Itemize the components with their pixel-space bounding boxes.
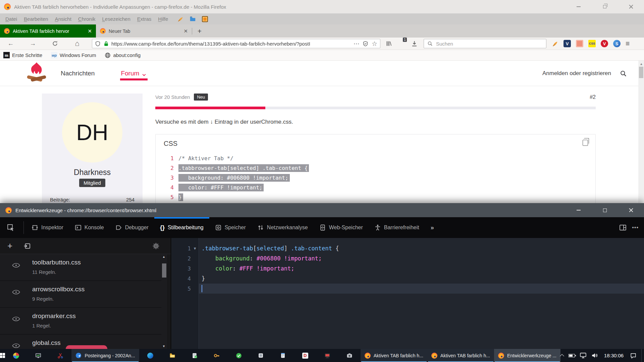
folder-icon[interactable] [190, 16, 196, 22]
devtools-tab-barrierefreiheit[interactable]: Barrierefreiheit [369, 217, 425, 238]
import-stylesheet-icon[interactable] [24, 243, 31, 249]
devtools-tab-inspektor[interactable]: Inspektor [26, 217, 69, 238]
menu-hilfe[interactable]: Hilfe [155, 16, 171, 22]
show-desktop-button[interactable] [641, 349, 644, 362]
page-scrollbar[interactable]: ▲ [638, 61, 644, 203]
v-circle-extension[interactable]: V [601, 40, 608, 47]
forward-button[interactable]: → [24, 39, 42, 49]
editor-line[interactable]: 4} [171, 274, 644, 284]
search-input[interactable] [436, 41, 543, 47]
tab-close-icon[interactable]: ✕ [183, 28, 188, 34]
new-tab-button[interactable]: + [192, 24, 207, 38]
devtools-tab-debugger[interactable]: Debugger [110, 217, 154, 238]
pick-element-icon[interactable] [0, 217, 21, 238]
menu-icon[interactable]: ≡ [626, 40, 630, 48]
scroll-up-icon[interactable]: ▲ [640, 62, 643, 66]
minimize-button[interactable] [566, 203, 592, 217]
app-d[interactable]: D [294, 349, 316, 362]
devtools-tab-web-speicher[interactable]: Web-Speicher [314, 217, 369, 238]
app-file-explorer[interactable] [161, 349, 183, 362]
quill-icon[interactable] [177, 16, 183, 22]
site-search-icon[interactable] [620, 70, 627, 77]
bookmark-erste-schritte[interactable]: mErste Schritte [3, 52, 42, 58]
nav-item-forum[interactable]: Forum [121, 61, 146, 86]
menu-lesezeichen[interactable]: Lesezeichen [99, 16, 134, 22]
reload-button[interactable] [46, 39, 64, 49]
app-edge[interactable] [139, 349, 161, 362]
stylesheet-item-dropmarker.css[interactable]: dropmarker.css1 Regel. [0, 308, 162, 335]
back-button[interactable]: ← [2, 39, 19, 49]
app-remote-pc[interactable] [316, 349, 338, 362]
stylesheet-item-arrowscrollbox.css[interactable]: arrowscrollbox.css9 Regeln. [0, 281, 162, 308]
meatball-menu-icon[interactable]: ••• [632, 225, 639, 231]
start-button[interactable] [0, 349, 5, 362]
speaker-icon[interactable] [591, 353, 598, 358]
lock-icon[interactable] [104, 41, 109, 47]
editor-line[interactable]: 1▼.tabbrowser-tab[selected] .tab-content… [171, 243, 644, 253]
action-center-icon[interactable] [630, 353, 636, 359]
library-icon[interactable] [386, 41, 392, 47]
fold-arrow-icon[interactable]: ▼ [191, 246, 199, 251]
app-box[interactable] [250, 349, 272, 362]
menu-bearbeiten[interactable]: Bearbeiten [20, 16, 52, 22]
copy-icon[interactable] [583, 140, 588, 146]
app-system-monitor[interactable] [27, 349, 49, 362]
search-bar[interactable] [424, 39, 546, 48]
app-doc-green[interactable] [183, 349, 206, 362]
app-thunderbird[interactable]: Posteingang - 2002An... [71, 349, 139, 362]
messenger-icon[interactable] [202, 16, 208, 22]
editor-line[interactable]: 5 [171, 284, 644, 294]
avatar[interactable]: DH [62, 102, 122, 163]
login-link[interactable]: Anmelden oder registrieren [542, 70, 611, 77]
url-bar[interactable]: https://www.camp-firefox.de/forum/thema/… [92, 39, 380, 48]
devtools-tab-konsole[interactable]: Konsole [69, 217, 110, 238]
v-square-extension[interactable]: V [564, 40, 571, 47]
post-number[interactable]: #2 [590, 94, 596, 100]
menu-datei[interactable]: Datei [2, 16, 20, 22]
editor-line[interactable]: 2 background: #006800 !important; [171, 253, 644, 263]
devtools-tab-stilbearbeitung[interactable]: {}Stilbearbeitung [154, 217, 209, 238]
css-extension[interactable]: CSS [588, 40, 596, 47]
scroll-down-icon[interactable]: ▼ [162, 345, 165, 348]
scroll-extension[interactable] [576, 40, 583, 47]
minimize-button[interactable] [566, 0, 592, 13]
menu-chronik[interactable]: Chronik [75, 16, 99, 22]
app-pinwheel[interactable] [5, 349, 27, 362]
home-button[interactable]: ⌂ [68, 39, 86, 49]
stylesheet-item-toolbarbutton.css[interactable]: toolbarbutton.css11 Regeln. [0, 254, 162, 281]
app-snipping-tool[interactable] [49, 349, 71, 362]
app-firefox-window-1[interactable]: Aktiven TAB farblich h... [361, 349, 427, 362]
dock-side-icon[interactable] [619, 224, 627, 231]
app-devtools-window[interactable]: Entwicklerwerkzeuge ... [494, 349, 560, 362]
stylesheet-scrollbar[interactable]: ▲ ▼ [161, 254, 167, 349]
visibility-eye-icon[interactable] [12, 343, 20, 349]
close-button[interactable] [618, 0, 644, 13]
visibility-eye-icon[interactable] [12, 263, 20, 269]
visibility-eye-icon[interactable] [12, 316, 20, 323]
page-actions-icon[interactable]: ⋯ [354, 40, 359, 47]
scrollbar-thumb[interactable] [639, 67, 643, 78]
url-text[interactable]: https://www.camp-firefox.de/forum/thema/… [111, 41, 350, 47]
app-keepass[interactable] [206, 349, 228, 362]
css-source-editor[interactable]: 1▼.tabbrowser-tab[selected] .tab-content… [171, 238, 644, 349]
gear-icon[interactable] [153, 243, 159, 249]
tracking-shield-icon[interactable] [95, 41, 101, 47]
scrollbar-thumb[interactable] [162, 263, 166, 278]
bookmark-about-config[interactable]: about:config [105, 52, 141, 58]
campfire-logo-icon[interactable] [25, 62, 48, 85]
nav-item-nachrichten[interactable]: Nachrichten [61, 70, 95, 77]
bookmark-star-icon[interactable]: ☆ [372, 40, 377, 48]
protection-check-icon[interactable] [363, 41, 368, 47]
quill-extension[interactable] [551, 40, 558, 47]
maximize-button[interactable] [592, 203, 618, 217]
post-timestamp[interactable]: Vor 20 Stunden [155, 94, 190, 100]
tray-expand-icon[interactable] [560, 353, 564, 358]
username[interactable]: Dharkness [42, 168, 143, 177]
code-lines[interactable]: 1/* Aktiver Tab */2.tabbrowser-tab[selec… [164, 154, 587, 202]
devtools-tab-netzwerkanalyse[interactable]: Netzwerkanalyse [252, 217, 314, 238]
menu-ansicht[interactable]: Ansicht [52, 16, 75, 22]
app-firefox-window-2[interactable]: Aktiven TAB farblich h... [427, 349, 494, 362]
app-camera[interactable] [338, 349, 361, 362]
browser-tab-new-tab[interactable]: Neuer Tab ✕ [96, 24, 192, 38]
close-button[interactable] [618, 203, 644, 217]
